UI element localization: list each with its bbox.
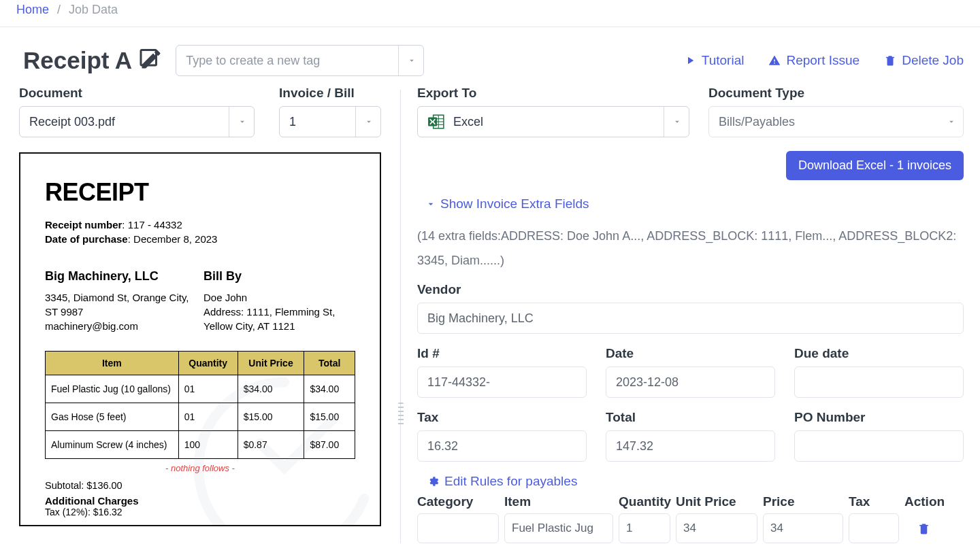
date-label: Date [606,346,775,361]
table-row: Aluminum Screw (4 inches)100$0.87$87.00 [46,431,355,459]
page-title: Receipt A [23,47,132,74]
document-select[interactable]: Receipt 003.pdf [19,106,255,137]
delete-job-label: Delete Job [902,53,964,68]
breadcrumb-separator: / [57,3,61,17]
line-item-input[interactable] [504,513,613,543]
breadcrumb: Home / Job Data [0,0,980,27]
id-label: Id # [417,346,587,361]
export-to-label: Export To [417,86,689,101]
receipt-table: Item Quantity Unit Price Total Fuel Plas… [45,351,355,459]
table-row: Gas Hose (5 feet)01$15.00$15.00 [46,403,355,431]
date-input[interactable] [606,366,775,398]
total-label: Total [606,410,775,425]
chevron-down-icon [938,107,956,137]
excel-icon [427,113,445,131]
receipt-date: Date of purchase: December 8, 2023 [45,233,355,245]
line-tax-input[interactable] [849,513,899,543]
trash-icon [884,54,896,67]
line-item-row [417,513,964,543]
document-type-label: Document Type [708,86,964,101]
po-number-label: PO Number [794,410,964,425]
billby-block: Bill By Doe John Address: 1111, Flemming… [203,269,355,333]
receipt-preview: RECEIPT Receipt number: 117 - 44332 Date… [19,152,381,526]
line-quantity-input[interactable] [619,513,670,543]
due-date-label: Due date [794,346,964,361]
chevron-down-icon [664,107,682,137]
additional-charges: Additional Charges [45,495,355,507]
tutorial-button[interactable]: Tutorial [684,53,745,68]
delete-job-button[interactable]: Delete Job [884,53,964,68]
invoice-value: 1 [289,115,296,129]
line-unit-price-input[interactable] [676,513,757,543]
due-date-input[interactable] [794,366,964,398]
report-issue-label: Report Issue [786,53,860,68]
show-extra-fields-toggle[interactable]: Show Invoice Extra Fields [425,197,589,211]
po-number-input[interactable] [794,430,964,462]
tax-label: Tax [417,410,587,425]
tax-input[interactable] [417,430,587,462]
chevron-down-icon [355,107,374,137]
delete-line-button[interactable] [904,522,943,535]
report-issue-button[interactable]: Report Issue [768,53,860,68]
document-label: Document [19,86,255,101]
breadcrumb-current: Job Data [69,3,118,17]
extra-fields-summary: (14 extra fields:ADDRESS: Doe John A...,… [417,224,964,273]
breadcrumb-home-link[interactable]: Home [16,3,49,17]
subtotal: Subtotal: $136.00 [45,480,355,491]
play-icon [684,54,696,67]
gear-icon [427,475,439,488]
document-type-select[interactable]: Bills/Payables [708,106,964,137]
show-extra-label: Show Invoice Extra Fields [440,197,589,211]
line-price-input[interactable] [763,513,843,543]
export-to-select[interactable]: Excel [417,106,689,137]
vendor-block: Big Machinery, LLC 3345, Diamond St, Ora… [45,269,197,333]
edit-rules-link[interactable]: Edit Rules for payables [427,474,964,489]
edit-icon[interactable] [139,47,163,74]
chevron-down-icon [398,46,416,75]
edit-rules-label: Edit Rules for payables [444,474,577,489]
total-input[interactable] [606,430,775,462]
document-type-value: Bills/Payables [719,115,795,129]
invoice-label: Invoice / Bill [279,86,381,101]
receipt-number: Receipt number: 117 - 44332 [45,219,355,231]
tax-line: Tax (12%): $16.32 [45,507,355,517]
receipt-heading: RECEIPT [45,178,355,207]
chevron-down-icon [425,199,436,209]
document-value: Receipt 003.pdf [29,115,115,129]
invoice-select[interactable]: 1 [279,106,381,137]
tag-select[interactable]: Type to create a new tag [176,45,424,76]
drag-handle-icon[interactable] [398,403,404,426]
chevron-down-icon [229,107,247,137]
vendor-input[interactable] [417,303,964,334]
download-excel-button[interactable]: Download Excel - 1 invoices [786,151,964,180]
line-category-input[interactable] [417,513,499,543]
id-input[interactable] [417,366,587,398]
nothing-follows: - nothing follows - [45,463,355,473]
pane-divider[interactable] [400,90,401,543]
tag-placeholder: Type to create a new tag [186,54,320,68]
line-items-header: Category Item Quantity Unit Price Price … [417,494,964,509]
vendor-label: Vendor [417,282,964,297]
topbar: Receipt A Type to create a new tag Tutor… [0,27,980,86]
tutorial-label: Tutorial [702,53,745,68]
export-value: Excel [453,115,483,129]
trash-icon [917,522,930,535]
table-row: Fuel Plastic Jug (10 gallons)01$34.00$34… [46,375,355,403]
warning-icon [768,54,781,67]
